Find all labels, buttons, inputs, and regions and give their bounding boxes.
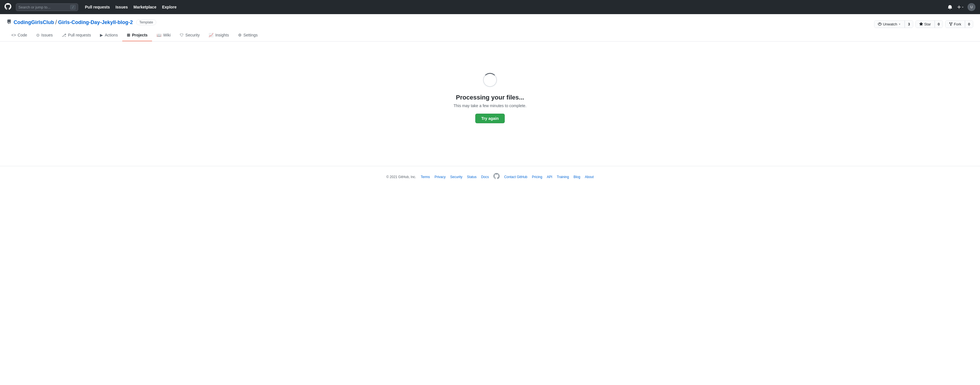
tab-projects-label: Projects (132, 33, 148, 37)
star-label: Star (924, 22, 931, 26)
footer-copyright: © 2021 GitHub, Inc. (387, 175, 417, 179)
repo-tabs: <> Code ⊙ Issues ⎇ Pull requests ▶ Actio… (7, 29, 973, 41)
projects-tab-icon: ⊞ (127, 33, 130, 37)
github-logo-icon[interactable] (5, 3, 11, 11)
repo-header-top: CodingGirlsClub / Girls-Coding-Day-Jekyl… (7, 19, 973, 29)
repo-template-badge: Template (136, 19, 156, 25)
fork-label: Fork (954, 22, 961, 26)
search-shortcut: / (70, 5, 76, 10)
notifications-bell-icon[interactable] (947, 4, 953, 11)
github-footer-logo-icon (493, 173, 500, 181)
footer: © 2021 GitHub, Inc. Terms Privacy Securi… (0, 166, 980, 188)
watch-btn-group: Unwatch 3 (874, 21, 913, 28)
nav-pull-requests[interactable]: Pull requests (83, 4, 112, 11)
repo-header: CodingGirlsClub / Girls-Coding-Day-Jekyl… (0, 14, 980, 41)
footer-training[interactable]: Training (557, 175, 569, 179)
tab-actions[interactable]: ▶ Actions (95, 29, 122, 41)
footer-pricing[interactable]: Pricing (532, 175, 542, 179)
footer-terms[interactable]: Terms (421, 175, 430, 179)
tab-code[interactable]: <> Code (7, 29, 32, 41)
fork-button[interactable]: Fork (945, 21, 965, 28)
footer-about[interactable]: About (585, 175, 593, 179)
tab-actions-label: Actions (105, 33, 118, 37)
code-tab-icon: <> (11, 33, 16, 37)
footer-security[interactable]: Security (450, 175, 462, 179)
tab-settings-label: Settings (243, 33, 258, 37)
user-avatar[interactable]: U (967, 3, 975, 11)
tab-code-label: Code (18, 33, 27, 37)
footer-blog[interactable]: Blog (574, 175, 580, 179)
footer-links: © 2021 GitHub, Inc. Terms Privacy Securi… (387, 175, 489, 179)
tab-security-label: Security (185, 33, 200, 37)
star-button[interactable]: Star (916, 21, 935, 28)
nav-marketplace[interactable]: Marketplace (131, 4, 159, 11)
repo-name-link[interactable]: Girls-Coding-Day-Jekyll-blog-2 (58, 19, 133, 25)
wiki-tab-icon: 📖 (156, 33, 161, 37)
footer-api[interactable]: API (547, 175, 552, 179)
watch-label: Unwatch (883, 22, 897, 26)
tab-insights[interactable]: 📈 Insights (204, 29, 233, 41)
tab-pr-label: Pull requests (68, 33, 91, 37)
repo-icon (7, 19, 11, 25)
navbar-right: U (947, 3, 975, 11)
breadcrumb: CodingGirlsClub / Girls-Coding-Day-Jekyl… (7, 19, 156, 26)
watch-count: 3 (905, 21, 913, 28)
tab-security[interactable]: 🛡 Security (175, 29, 204, 41)
issues-tab-icon: ⊙ (36, 33, 40, 37)
repo-separator: / (55, 19, 57, 26)
loading-spinner (483, 73, 497, 87)
footer-docs[interactable]: Docs (481, 175, 489, 179)
repo-owner-link[interactable]: CodingGirlsClub (14, 19, 54, 25)
navbar: Search or jump to... / Pull requests Iss… (0, 0, 980, 14)
search-placeholder: Search or jump to... (18, 5, 50, 10)
watch-button[interactable]: Unwatch (874, 21, 905, 28)
tab-wiki-label: Wiki (163, 33, 170, 37)
security-tab-icon: 🛡 (180, 33, 184, 37)
search-box[interactable]: Search or jump to... / (16, 3, 78, 11)
tab-issues-label: Issues (41, 33, 52, 37)
insights-tab-icon: 📈 (208, 33, 213, 37)
spinner-animation (483, 73, 497, 87)
nav-issues[interactable]: Issues (113, 4, 130, 11)
tab-wiki[interactable]: 📖 Wiki (152, 29, 175, 41)
tab-settings[interactable]: ⚙ Settings (234, 29, 262, 41)
pr-tab-icon: ⎇ (62, 33, 66, 37)
tab-issues[interactable]: ⊙ Issues (32, 29, 57, 41)
settings-tab-icon: ⚙ (238, 33, 242, 37)
main-content: Processing your files... This may take a… (0, 41, 980, 155)
nav-links: Pull requests Issues Marketplace Explore (83, 4, 179, 11)
processing-subtitle: This may take a few minutes to complete. (453, 103, 527, 108)
add-icon[interactable] (956, 4, 965, 11)
tab-projects[interactable]: ⊞ Projects (122, 29, 152, 41)
nav-explore[interactable]: Explore (160, 4, 179, 11)
tab-insights-label: Insights (215, 33, 229, 37)
processing-title: Processing your files... (456, 94, 524, 101)
footer-contact[interactable]: Contact GitHub (504, 175, 527, 179)
actions-tab-icon: ▶ (100, 33, 103, 37)
tab-pull-requests[interactable]: ⎇ Pull requests (57, 29, 95, 41)
try-again-button[interactable]: Try again (475, 114, 504, 123)
fork-btn-group: Fork 0 (945, 21, 973, 28)
footer-links-right: Contact GitHub Pricing API Training Blog… (504, 175, 593, 179)
footer-status[interactable]: Status (467, 175, 477, 179)
repo-actions: Unwatch 3 Star 0 Fork 0 (874, 21, 973, 28)
footer-privacy[interactable]: Privacy (434, 175, 445, 179)
star-count: 0 (935, 21, 943, 28)
star-btn-group: Star 0 (915, 21, 943, 28)
fork-count: 0 (965, 21, 973, 28)
